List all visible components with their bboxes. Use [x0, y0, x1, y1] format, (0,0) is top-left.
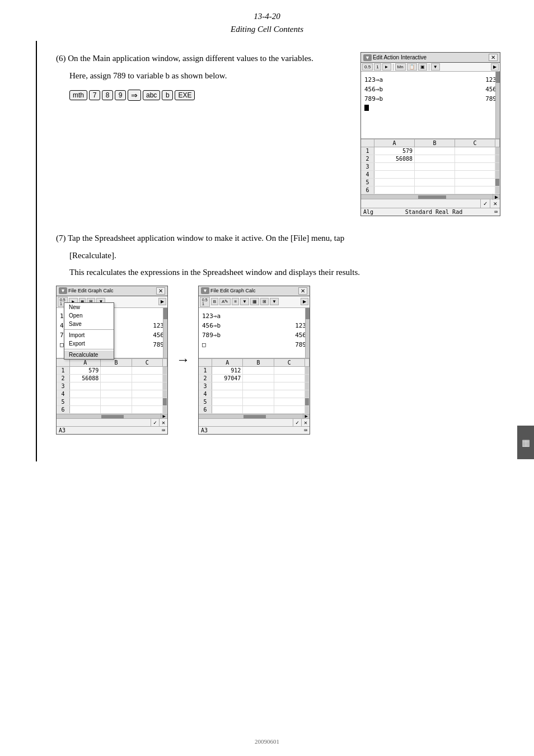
menu-recalculate[interactable]: Recalculate — [64, 351, 114, 359]
left-b5[interactable] — [101, 398, 132, 405]
right-hthumb[interactable] — [243, 415, 266, 418]
right-a3[interactable] — [212, 382, 243, 390]
left-x[interactable]: ✕ — [159, 419, 167, 426]
cell-b3[interactable] — [415, 163, 455, 170]
left-c5[interactable] — [132, 398, 163, 405]
left-vscroll[interactable] — [163, 308, 167, 358]
tb-ee[interactable]: ▼ — [431, 63, 440, 71]
right-tb-b[interactable]: B — [211, 298, 218, 305]
tb-05[interactable]: 0.5 — [362, 63, 373, 71]
menu-new[interactable]: New — [64, 303, 114, 311]
left-a2[interactable]: 56088 — [70, 375, 101, 382]
tb-right-arrow[interactable]: ▶ — [491, 63, 499, 71]
right-hscroll[interactable]: ▶ — [199, 414, 310, 418]
right-b1[interactable] — [243, 367, 274, 374]
left-a5[interactable] — [70, 398, 101, 405]
right-scroll-thumb[interactable] — [306, 308, 310, 319]
left-b3[interactable] — [101, 382, 132, 390]
cell-a4[interactable] — [374, 171, 415, 178]
tb-1[interactable]: 1 — [374, 63, 381, 71]
right-b6[interactable] — [243, 406, 274, 413]
left-hthumb[interactable] — [101, 415, 124, 418]
close-button[interactable]: ✕ — [489, 54, 498, 61]
cell-c5[interactable] — [455, 179, 495, 186]
right-c4[interactable] — [274, 390, 305, 398]
tb-05b[interactable]: ▣ — [418, 63, 427, 71]
left-b6[interactable] — [101, 406, 132, 413]
cell-b4[interactable] — [415, 171, 455, 178]
tb-mn[interactable]: Mn — [395, 63, 406, 71]
vscroll[interactable] — [495, 72, 500, 138]
left-a1[interactable]: 579 — [70, 367, 101, 374]
cell-a2[interactable]: 56088 — [374, 155, 415, 162]
tb-arrow[interactable]: ► — [382, 63, 391, 71]
cell-a5[interactable] — [374, 179, 415, 186]
x-button[interactable]: ✕ — [490, 199, 500, 208]
right-tb-down[interactable]: ▼ — [240, 298, 249, 305]
cell-a6[interactable] — [374, 186, 415, 194]
right-vscroll[interactable] — [305, 308, 310, 358]
right-b2[interactable] — [243, 375, 274, 382]
right-b5[interactable] — [243, 398, 274, 405]
left-tb-right[interactable]: ▶ — [158, 298, 166, 305]
left-c2[interactable] — [132, 375, 163, 382]
right-c6[interactable] — [274, 406, 305, 413]
menu-import[interactable]: Import — [64, 331, 114, 339]
check-button[interactable]: ✓ — [480, 199, 490, 208]
right-tb-grid[interactable]: ▦ — [250, 298, 259, 305]
hscroll[interactable]: ▶ — [361, 194, 500, 199]
right-x[interactable]: ✕ — [301, 419, 310, 426]
left-close-btn[interactable]: ✕ — [156, 287, 165, 295]
left-scroll-thumb[interactable] — [163, 308, 167, 319]
right-close-btn[interactable]: ✕ — [298, 287, 307, 295]
cell-b6[interactable] — [415, 186, 455, 194]
right-hright[interactable]: ▶ — [303, 413, 310, 419]
left-hright[interactable]: ▶ — [161, 413, 167, 419]
tb-clip[interactable]: 📋 — [407, 63, 417, 71]
cell-b2[interactable] — [415, 155, 455, 162]
cell-b5[interactable] — [415, 179, 455, 186]
left-a6[interactable] — [70, 406, 101, 413]
right-a6[interactable] — [212, 406, 243, 413]
left-c6[interactable] — [132, 406, 163, 413]
cell-b1[interactable] — [415, 147, 455, 155]
scroll-thumb[interactable] — [496, 72, 500, 83]
cell-c6[interactable] — [455, 186, 495, 194]
left-a3[interactable] — [70, 382, 101, 390]
right-a5[interactable] — [212, 398, 243, 405]
right-tb-hh[interactable]: ▼ — [270, 298, 279, 305]
right-c2[interactable] — [274, 375, 305, 382]
right-c5[interactable] — [274, 398, 305, 405]
left-b2[interactable] — [101, 375, 132, 382]
left-b1[interactable] — [101, 367, 132, 374]
right-tb-h[interactable]: ⊞ — [260, 298, 269, 305]
right-tb-05[interactable]: 0.51 — [200, 297, 210, 307]
right-a4[interactable] — [212, 390, 243, 398]
right-b4[interactable] — [243, 390, 274, 398]
left-hscroll[interactable]: ▶ — [57, 414, 167, 418]
right-a1[interactable]: 912 — [212, 367, 243, 374]
left-c3[interactable] — [132, 382, 163, 390]
menu-save[interactable]: Save — [64, 320, 114, 328]
cell-c1[interactable] — [455, 147, 495, 155]
right-side-tab[interactable]: ▦ — [517, 426, 534, 459]
left-b4[interactable] — [101, 390, 132, 398]
menu-export[interactable]: Export — [64, 339, 114, 348]
left-check[interactable]: ✓ — [151, 419, 159, 426]
left-c4[interactable] — [132, 390, 163, 398]
right-c3[interactable] — [274, 382, 305, 390]
cell-c4[interactable] — [455, 171, 495, 178]
right-tb-eq[interactable]: ≡ — [232, 298, 239, 305]
left-c1[interactable] — [132, 367, 163, 374]
right-a2[interactable]: 97047 — [212, 375, 243, 382]
right-c1[interactable] — [274, 367, 305, 374]
cell-a3[interactable] — [374, 163, 415, 170]
hscroll-thumb[interactable] — [418, 195, 446, 199]
menu-open[interactable]: Open — [64, 311, 114, 320]
right-check[interactable]: ✓ — [293, 419, 301, 426]
cell-a1[interactable]: 579 — [374, 147, 415, 155]
right-b3[interactable] — [243, 382, 274, 390]
cell-c3[interactable] — [455, 163, 495, 170]
right-tb-right[interactable]: ▶ — [301, 298, 308, 305]
right-tb-edit[interactable]: A✎ — [219, 298, 231, 305]
